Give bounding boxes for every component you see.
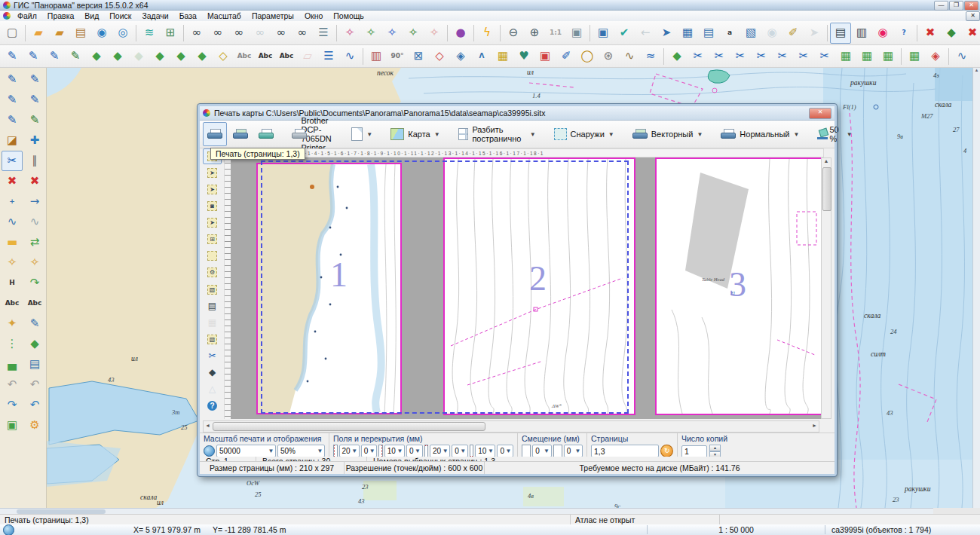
open-map-icon[interactable]: ▰ [28, 23, 49, 44]
menu-3[interactable]: Поиск [104, 11, 136, 20]
print-type-button[interactable]: Векторный ▼ [628, 122, 708, 146]
measure-net-icon[interactable]: ✎ [24, 313, 45, 334]
page-grid-button[interactable]: ▦ [203, 315, 222, 331]
blocks-move-icon[interactable]: ▦ [835, 46, 856, 67]
highlight-check-icon[interactable]: ✧ [360, 23, 381, 44]
paint-tools-icon[interactable]: ◪ [2, 130, 23, 151]
grid-area-icon[interactable]: ▦ [904, 46, 925, 67]
spline-icon[interactable]: ∿ [339, 46, 360, 67]
display-percent-combo[interactable]: 50%▼ [277, 445, 325, 457]
page-blank-button[interactable] [203, 248, 222, 264]
merge-diamond-icon[interactable]: ◆ [666, 46, 688, 67]
panel-back-icon[interactable]: ← [635, 23, 656, 44]
cut-double-icon[interactable]: ✂ [709, 46, 730, 67]
move-all-icon[interactable]: ✚ [24, 130, 45, 151]
frame-stretch-icon[interactable]: ▣ [534, 46, 556, 67]
swap-diamonds-icon[interactable]: ⇄ [24, 232, 45, 252]
open-data-icon[interactable]: ▰ [49, 23, 70, 44]
cut-x-icon[interactable]: ✂ [751, 46, 772, 67]
pointer-disabled-icon[interactable]: ➤ [804, 23, 825, 44]
split-object-icon[interactable]: ◆ [149, 46, 170, 67]
zoom-frame-icon[interactable]: ▣ [566, 23, 587, 44]
context-help-icon[interactable]: ? [893, 23, 914, 44]
menu-5[interactable]: База [174, 11, 202, 20]
blocks-divide-icon[interactable]: ▦ [877, 46, 899, 67]
open-database-icon[interactable]: ▤ [70, 23, 91, 44]
overlap-value-combo-2[interactable]: 0▼ [452, 445, 468, 457]
offset-combo-1[interactable]: 0▼ [564, 445, 583, 457]
hatch-diamond-icon[interactable]: ◈ [925, 46, 946, 67]
diamonds-window-icon[interactable]: ◆ [24, 334, 45, 354]
select-print-pages-button[interactable]: ➤ [203, 165, 222, 181]
select-list-icon[interactable]: ▤ [698, 23, 719, 44]
print-scale-combo[interactable]: 50000▼ [216, 445, 276, 457]
undo-blue-icon[interactable]: ↶ [24, 395, 45, 415]
highlight-polygon-icon[interactable]: ✧ [339, 23, 360, 44]
edit-rails-icon[interactable]: ∥ [24, 151, 45, 171]
ink-fill-button[interactable]: ◆ [203, 365, 222, 381]
offset-combo-0[interactable]: 0▼ [532, 445, 551, 457]
delete-red-icon[interactable]: ✖ [2, 171, 23, 191]
redo-blue-icon[interactable]: ↷ [2, 395, 23, 415]
maximize-button[interactable]: ❐ [949, 1, 963, 11]
cut-thread-icon[interactable]: ✂ [2, 151, 23, 171]
draw-spline-icon[interactable]: ✎ [24, 69, 45, 90]
draw-pencil-icon[interactable]: ✎ [2, 69, 23, 90]
select-text-icon[interactable]: a [719, 23, 740, 44]
menu-6[interactable]: Масштаб [202, 11, 247, 20]
print-icon[interactable]: ▤ [830, 23, 851, 44]
scatter-objects-icon[interactable]: ◆ [170, 46, 191, 67]
delete-selected-icon[interactable]: ✖ [962, 23, 980, 44]
menu-0[interactable]: Файл [12, 11, 42, 20]
view-3d-icon[interactable]: ● [450, 23, 471, 44]
menu-8[interactable]: Окно [299, 11, 328, 20]
cut-inside-icon[interactable]: ✂ [793, 46, 814, 67]
print-content-button[interactable]: Карта ▼ [386, 122, 444, 146]
select-table-icon[interactable]: ▦ [677, 23, 698, 44]
edit-create-icon[interactable]: ✎ [2, 46, 23, 67]
edit-check-icon[interactable]: ✎ [65, 46, 86, 67]
pages-all-button[interactable]: ⊞ [203, 231, 222, 247]
mirror-button[interactable]: △ [203, 381, 222, 397]
zoom-out-icon[interactable]: ⊖ [503, 23, 524, 44]
branch-arrow-icon[interactable]: → [24, 191, 45, 212]
text-title-icon[interactable]: Abc [255, 46, 276, 67]
page-setup-button[interactable]: ▼ [347, 122, 377, 146]
print-to-file-button[interactable] [228, 122, 253, 146]
print-quality-button[interactable]: Нормальный ▼ [716, 122, 804, 146]
ink-save-button[interactable]: 50 % ▼ [813, 122, 856, 146]
select-pages-cursor-button[interactable]: ➤ [203, 182, 222, 197]
preview-horizontal-scrollbar[interactable]: ◄ ► [203, 420, 819, 433]
light-a-icon[interactable]: ✧ [2, 252, 23, 273]
undo-history-icon[interactable]: ↶ [2, 374, 23, 395]
lasso-icon[interactable]: ∿ [619, 46, 640, 67]
select-map-icon[interactable]: ▧ [740, 23, 761, 44]
quick-task-icon[interactable]: ϟ [476, 23, 498, 44]
menu-9[interactable]: Помощь [328, 11, 369, 20]
find-text-icon[interactable]: ∞ [207, 23, 228, 44]
edit-question-icon[interactable]: ✎ [44, 46, 65, 67]
panel-window-icon[interactable]: ▣ [593, 23, 614, 44]
open-internet-icon[interactable]: ◉ [91, 23, 112, 44]
chart-steps-icon[interactable]: ▄ [2, 354, 23, 374]
cut-bars-icon[interactable]: ✂ [772, 46, 793, 67]
undo-gray-icon[interactable]: ↶ [24, 374, 45, 395]
topology-nodes-icon[interactable]: ⊠ [408, 46, 429, 67]
help-button[interactable]: ? [203, 398, 222, 414]
select-pages-2-button[interactable]: ➤ [203, 215, 222, 231]
contour-red-icon[interactable]: ◇ [429, 46, 450, 67]
select-pointer-icon[interactable]: ➤ [656, 23, 677, 44]
curve-edit-icon[interactable]: ∿ [2, 212, 23, 232]
printer-select-button[interactable]: Brother DCP-7065DN Printer [287, 122, 345, 146]
blocks-align-icon[interactable]: ▦ [856, 46, 877, 67]
find-continue-icon[interactable]: ∞ [228, 23, 250, 44]
points-edit-icon[interactable]: ◇ [213, 46, 234, 67]
image-gallery-icon[interactable]: ▣ [2, 415, 23, 436]
cut-line-icon[interactable]: ✐ [556, 46, 577, 67]
find-refresh-icon[interactable]: ∞ [292, 23, 313, 44]
highlight-add-icon[interactable]: ✧ [381, 23, 403, 44]
radial-net-icon[interactable]: ⊛ [598, 46, 619, 67]
mdi-close-button[interactable]: ✕ [966, 11, 980, 21]
margin-value-combo-3[interactable]: 10▼ [475, 445, 495, 457]
curve-dashed-icon[interactable]: ∿ [24, 212, 45, 232]
